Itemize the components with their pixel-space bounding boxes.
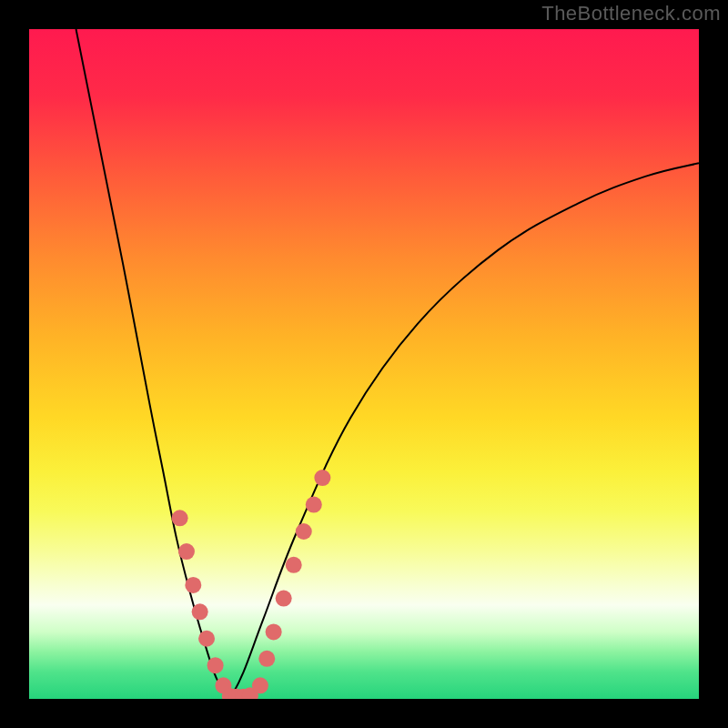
data-marker — [258, 651, 275, 667]
data-marker — [172, 510, 188, 526]
data-marker — [296, 523, 312, 540]
marker-group — [172, 470, 331, 699]
watermark-text: TheBottleneck.com — [541, 2, 721, 25]
data-marker — [266, 623, 282, 640]
chart-frame: TheBottleneck.com — [0, 0, 728, 728]
data-marker — [306, 497, 322, 513]
data-marker — [185, 577, 201, 593]
data-marker — [207, 657, 224, 673]
data-marker — [286, 557, 302, 573]
bottleneck-curve — [76, 29, 699, 699]
data-marker — [314, 470, 330, 486]
chart-svg — [29, 29, 699, 699]
data-marker — [252, 677, 268, 693]
data-marker — [198, 631, 215, 647]
data-marker — [192, 603, 208, 620]
plot-area — [29, 29, 699, 699]
data-marker — [276, 591, 292, 607]
data-marker — [178, 543, 195, 560]
